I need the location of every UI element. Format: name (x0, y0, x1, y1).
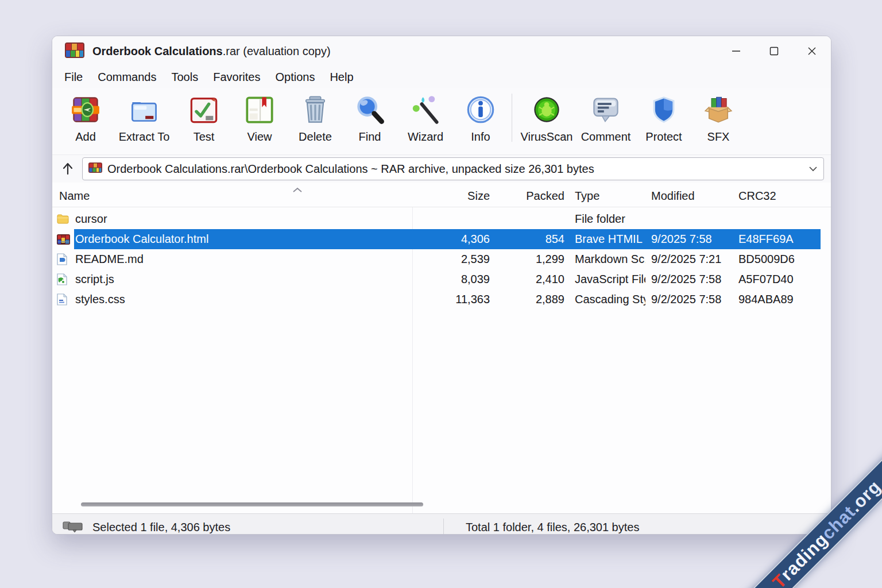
file-row-styles-css[interactable]: styles.css 11,363 2,889 Cascading Sty 98… (57, 289, 821, 310)
selection-summary: Selected 1 file, 4,306 bytes (92, 521, 230, 534)
column-header-packed[interactable]: Packed (494, 189, 569, 207)
delete-button[interactable]: Delete (288, 91, 343, 144)
window-title-suffix: .rar (evaluation copy) (223, 45, 331, 57)
column-header-row: Name Size Packed Type Modified CRC32 (52, 183, 831, 207)
css-file-icon (57, 293, 71, 305)
disk-key-icon (63, 519, 83, 535)
maximize-button[interactable] (755, 36, 793, 66)
comment-button[interactable]: Comment (577, 91, 635, 144)
status-divider (443, 519, 444, 535)
toolbar-label: Extract To (119, 130, 170, 144)
title-bar: Orderbook Calculations.rar (evaluation c… (52, 36, 831, 66)
window-title-name: Orderbook Calculations (92, 45, 223, 57)
view-button[interactable]: View (231, 91, 288, 144)
toolbar-separator (512, 94, 512, 142)
menu-help[interactable]: Help (322, 71, 361, 84)
wizard-wand-icon (409, 94, 442, 126)
file-name: README.md (75, 253, 144, 266)
toolbar-label: Info (471, 130, 490, 144)
info-button[interactable]: Info (454, 91, 507, 144)
virus-scan-icon (531, 94, 563, 126)
file-crc32: E48FF69A (733, 233, 819, 246)
window-controls (717, 36, 831, 66)
watermark-text-part: rading (777, 529, 833, 585)
file-name: Orderbook Calculator.html (75, 233, 208, 246)
file-type: File folder (569, 212, 645, 226)
folder-icon (57, 214, 71, 224)
protect-button[interactable]: Protect (635, 91, 693, 144)
menu-bar: File Commands Tools Favorites Options He… (52, 66, 831, 88)
file-packed: 2,889 (494, 293, 569, 306)
view-book-icon (243, 94, 276, 126)
column-header-modified[interactable]: Modified (645, 189, 733, 207)
file-modified: 9/2/2025 7:58 (645, 293, 733, 306)
find-magnifier-icon (354, 94, 386, 126)
rar-file-icon (57, 234, 71, 245)
toolbar-label: View (247, 130, 272, 144)
info-circle-icon (465, 94, 497, 126)
menu-file[interactable]: File (57, 71, 90, 84)
add-button[interactable]: Add (59, 91, 112, 144)
file-type: Cascading Sty (569, 293, 645, 306)
js-file-icon (57, 273, 71, 285)
file-row-script-js[interactable]: script.js 8,039 2,410 JavaScript File 9/… (57, 269, 821, 289)
file-crc32: BD5009D6 (733, 253, 819, 266)
close-button[interactable] (793, 36, 831, 66)
file-type: JavaScript File (569, 273, 645, 286)
toolbar-label: Delete (299, 130, 332, 144)
menu-commands[interactable]: Commands (90, 71, 164, 84)
file-list: cursor File folder (52, 207, 831, 513)
markdown-file-icon (57, 253, 71, 265)
extract-to-button[interactable]: Extract To (112, 91, 176, 144)
rar-archive-icon (88, 163, 102, 175)
file-row-orderbook-calculator-html[interactable]: Orderbook Calculator.html 4,306 854 Brav… (57, 229, 821, 249)
chevron-down-icon[interactable] (808, 164, 818, 174)
toolbar-label: Protect (645, 130, 682, 144)
column-header-crc32[interactable]: CRC32 (733, 189, 819, 207)
file-size: 11,363 (413, 293, 494, 306)
column-header-name[interactable]: Name (57, 189, 413, 207)
toolbar-label: SFX (707, 130, 730, 144)
file-name: cursor (75, 212, 107, 226)
file-size: 4,306 (413, 233, 494, 246)
file-name: script.js (75, 273, 114, 286)
virusscan-button[interactable]: VirusScan (517, 91, 577, 144)
toolbar: Add Extract To (52, 88, 831, 155)
menu-tools[interactable]: Tools (164, 71, 206, 84)
menu-options[interactable]: Options (268, 71, 322, 84)
menu-favorites[interactable]: Favorites (206, 71, 268, 84)
file-modified: 9/2/2025 7:58 (645, 273, 733, 286)
file-crc32: A5F07D40 (733, 273, 819, 286)
horizontal-scrollbar-thumb[interactable] (81, 502, 423, 506)
file-crc32: 984ABA89 (733, 293, 819, 306)
file-packed: 2,410 (494, 273, 569, 286)
find-button[interactable]: Find (343, 91, 397, 144)
minimize-button[interactable] (717, 36, 755, 66)
file-size: 8,039 (413, 273, 494, 286)
file-modified: 9/2025 7:58 (645, 233, 733, 246)
toolbar-label: Test (194, 130, 215, 144)
window-title: Orderbook Calculations.rar (evaluation c… (92, 45, 331, 58)
toolbar-label: Find (359, 130, 381, 144)
file-packed: 1,299 (494, 253, 569, 266)
toolbar-label: Add (75, 130, 96, 144)
protect-shield-icon (648, 94, 680, 126)
sfx-box-icon (702, 94, 734, 126)
column-header-type[interactable]: Type (569, 189, 645, 207)
test-button[interactable]: Test (176, 91, 231, 144)
test-checkmark-icon (188, 94, 220, 126)
up-directory-button[interactable] (57, 158, 79, 179)
file-row-readme-md[interactable]: README.md 2,539 1,299 Markdown Sc. 9/2/2… (57, 249, 821, 269)
archive-path-text: Orderbook Calculations.rar\Orderbook Cal… (107, 163, 804, 176)
wizard-button[interactable]: Wizard (397, 91, 454, 144)
toolbar-label: Comment (581, 130, 631, 144)
address-bar[interactable]: Orderbook Calculations.rar\Orderbook Cal… (82, 157, 824, 180)
winrar-app-icon (65, 42, 84, 60)
file-packed: 854 (494, 233, 569, 246)
extract-folder-icon (128, 94, 160, 126)
sfx-button[interactable]: SFX (693, 91, 744, 144)
column-header-size[interactable]: Size (413, 189, 494, 207)
file-type: Brave HTMIL (569, 233, 645, 246)
file-type: Markdown Sc. (569, 253, 645, 266)
file-row-cursor[interactable]: cursor File folder (57, 209, 821, 229)
